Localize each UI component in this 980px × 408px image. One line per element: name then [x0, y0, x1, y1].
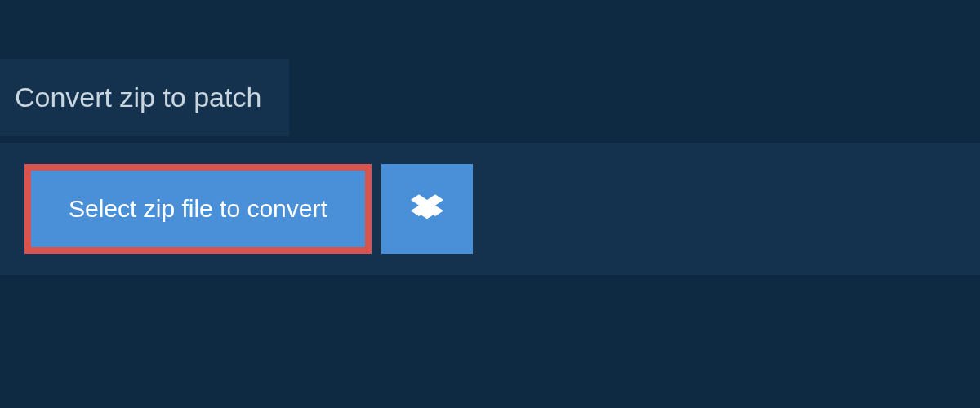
- button-row: Select zip file to convert: [24, 164, 956, 254]
- page-title: Convert zip to patch: [0, 59, 289, 136]
- converter-panel: Select zip file to convert: [0, 143, 980, 275]
- dropbox-icon: [411, 192, 443, 227]
- select-file-button[interactable]: Select zip file to convert: [24, 164, 372, 254]
- dropbox-button[interactable]: [381, 164, 473, 254]
